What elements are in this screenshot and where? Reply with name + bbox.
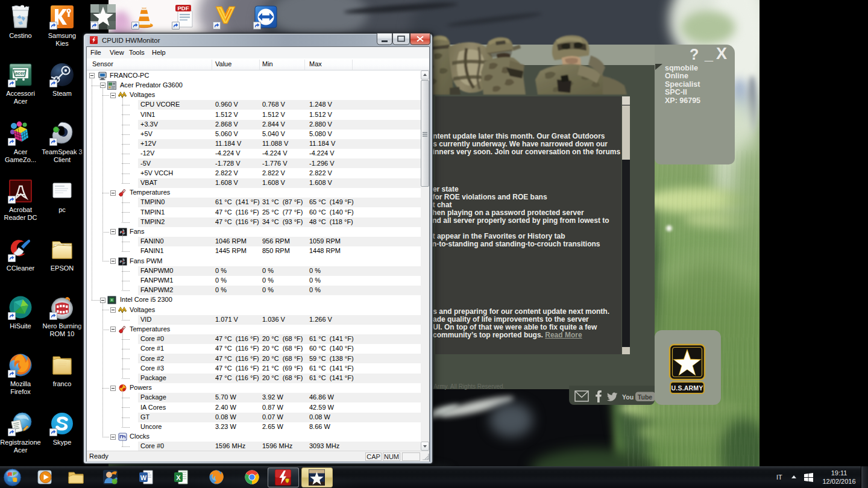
svg-text:You: You (622, 393, 634, 401)
svg-text:U.S.ARMY: U.S.ARMY (671, 384, 703, 392)
svg-text:PDF: PDF (178, 5, 189, 11)
svg-text:acer: acer (15, 70, 25, 76)
svg-text:Tube: Tube (638, 393, 652, 401)
svg-text:W: W (140, 474, 147, 481)
svg-text:X: X (176, 474, 181, 481)
